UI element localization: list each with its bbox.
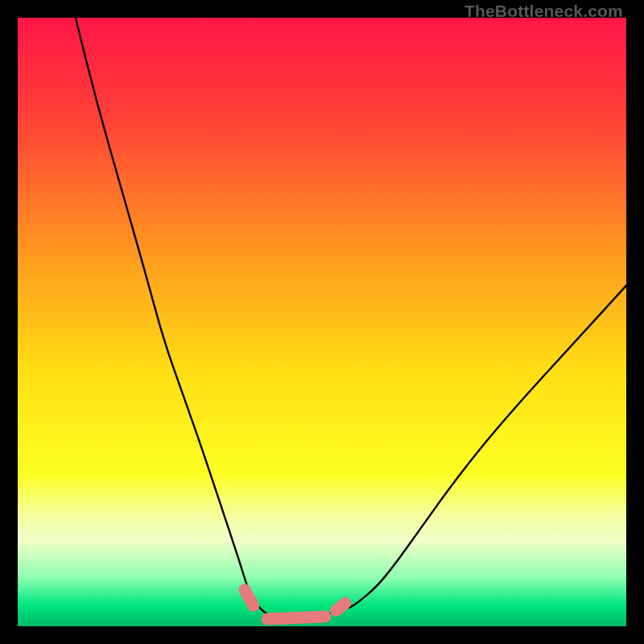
highlight-segment: [245, 590, 254, 606]
gradient-background: [18, 18, 626, 626]
attribution-text: TheBottleneck.com: [464, 2, 623, 21]
highlight-segment: [336, 603, 345, 610]
highlight-segment: [267, 617, 325, 619]
chart-frame: TheBottleneck.com: [0, 0, 644, 644]
plot-area: [18, 18, 626, 626]
chart-svg: [18, 18, 626, 626]
